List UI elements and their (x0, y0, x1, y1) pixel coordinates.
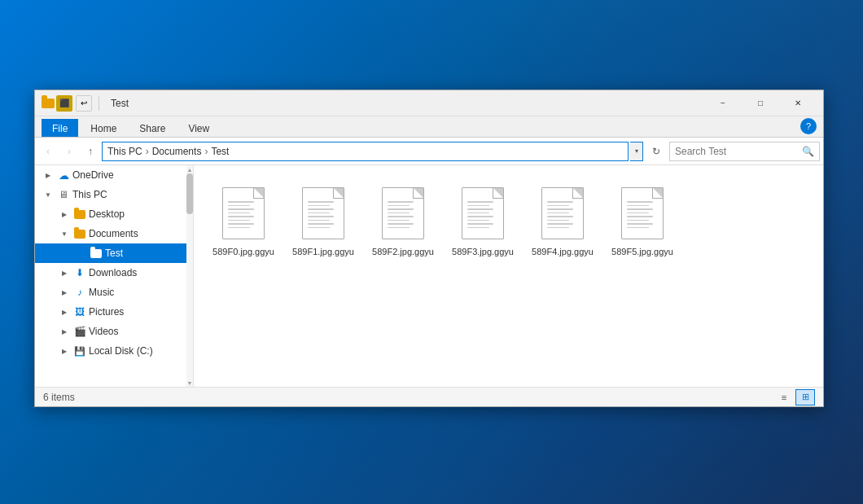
file-lines-4 (547, 201, 578, 228)
file-explorer-window: ⬛ ↩ Test − □ ✕ File Home Share View ? ‹ … (34, 90, 824, 407)
tab-view[interactable]: View (177, 119, 220, 137)
back-button[interactable]: ‹ (38, 142, 58, 161)
undo-button[interactable]: ↩ (76, 95, 92, 112)
search-box[interactable]: 🔍 (669, 142, 820, 161)
onedrive-toggle[interactable]: ▶ (42, 169, 55, 182)
sidebar-item-this-pc[interactable]: ▼ 🖥 This PC (35, 185, 193, 204)
file-lines-2 (388, 201, 418, 228)
sidebar-item-onedrive[interactable]: ▶ ☁ OneDrive (35, 165, 193, 185)
documents-label: Documents (89, 228, 138, 239)
sidebar-scrollbar-thumb[interactable] (186, 173, 193, 214)
pictures-toggle[interactable]: ▶ (58, 305, 71, 318)
test-toggle (74, 247, 87, 260)
local-disk-icon: 💾 (73, 344, 86, 357)
pictures-label: Pictures (89, 306, 124, 318)
file-lines-0 (228, 201, 259, 228)
search-input[interactable] (675, 146, 799, 157)
generic-file-icon-5 (621, 187, 664, 239)
documents-icon (73, 227, 86, 240)
file-name-3: 589F3.jpg.ggyu (452, 246, 514, 257)
onedrive-icon: ☁ (57, 169, 70, 182)
sidebar-item-music[interactable]: ▶ ♪ Music (35, 283, 193, 302)
tab-share[interactable]: Share (129, 119, 176, 137)
up-button[interactable]: ↑ (81, 142, 100, 161)
local-disk-label: Local Disk (C:) (89, 345, 153, 357)
path-this-pc[interactable]: This PC (107, 146, 142, 157)
list-item[interactable]: 589F5.jpg.ggyu (606, 178, 679, 263)
file-icon-wrapper-3 (458, 184, 507, 243)
title-bar-icons: ⬛ ↩ (42, 95, 104, 112)
pictures-icon: 🖼 (73, 305, 86, 318)
list-item[interactable]: 589F2.jpg.ggyu (366, 178, 440, 263)
desktop-icon (73, 208, 86, 221)
window-title: Test (111, 98, 704, 109)
downloads-icon: ⬇ (73, 266, 86, 279)
file-name-4: 589F4.jpg.ggyu (532, 246, 594, 257)
path-test[interactable]: Test (211, 146, 229, 157)
this-pc-toggle[interactable]: ▼ (42, 188, 55, 201)
file-lines-5 (627, 201, 658, 228)
search-icon[interactable]: 🔍 (802, 146, 814, 157)
local-disk-toggle[interactable]: ▶ (58, 344, 71, 357)
sidebar-item-downloads[interactable]: ▶ ⬇ Downloads (35, 263, 193, 283)
videos-toggle[interactable]: ▶ (58, 325, 71, 338)
list-item[interactable]: 589F3.jpg.ggyu (446, 178, 519, 263)
downloads-toggle[interactable]: ▶ (58, 266, 71, 279)
maximize-button[interactable]: □ (742, 90, 779, 116)
address-bar: ‹ › ↑ This PC › Documents › Test ▾ ↻ 🔍 (35, 138, 823, 165)
minimize-button[interactable]: − (704, 90, 742, 116)
close-button[interactable]: ✕ (779, 90, 817, 116)
status-item-count: 6 items (43, 392, 774, 403)
sidebar-item-videos[interactable]: ▶ 🎬 Videos (35, 322, 193, 341)
tiles-view-button[interactable]: ⊞ (795, 389, 815, 405)
sidebar-item-documents[interactable]: ▼ Documents (35, 224, 193, 243)
file-name-2: 589F2.jpg.ggyu (372, 246, 434, 257)
file-area: 589F0.jpg.ggyu (194, 165, 823, 387)
list-item[interactable]: 589F4.jpg.ggyu (526, 178, 599, 263)
this-pc-icon: 🖥 (57, 188, 70, 201)
path-sep-1: › (146, 146, 149, 157)
desktop-label: Desktop (89, 208, 125, 220)
sidebar-item-test[interactable]: Test (35, 243, 193, 263)
file-name-5: 589F5.jpg.ggyu (611, 246, 673, 257)
videos-icon: 🎬 (73, 325, 86, 338)
sidebar-scroll-down-btn[interactable]: ▼ (186, 379, 193, 387)
generic-file-icon-0 (222, 187, 265, 239)
list-item[interactable]: 589F1.jpg.ggyu (287, 178, 360, 263)
generic-file-icon-4 (541, 187, 584, 239)
refresh-button[interactable]: ↻ (646, 142, 666, 161)
tab-file[interactable]: File (42, 119, 78, 137)
window-controls: − □ ✕ (704, 90, 817, 116)
file-name-1: 589F1.jpg.ggyu (292, 246, 354, 257)
file-lines-3 (467, 201, 498, 228)
title-separator (99, 96, 99, 111)
desktop-toggle[interactable]: ▶ (58, 208, 71, 221)
generic-file-icon-3 (462, 187, 504, 239)
sidebar-item-pictures[interactable]: ▶ 🖼 Pictures (35, 302, 193, 322)
address-path[interactable]: This PC › Documents › Test (102, 142, 629, 161)
list-item[interactable]: 589F0.jpg.ggyu (207, 178, 280, 263)
sidebar-scrollbar-track: ▲ ▼ (186, 165, 193, 387)
path-documents[interactable]: Documents (152, 146, 202, 157)
this-pc-label: This PC (72, 189, 107, 200)
content-area: ▶ ☁ OneDrive ▼ 🖥 This PC ▶ Des (35, 165, 823, 387)
quick-access-icon[interactable]: ⬛ (56, 95, 72, 112)
details-view-button[interactable]: ≡ (774, 389, 794, 405)
address-dropdown[interactable]: ▾ (630, 142, 643, 161)
help-button[interactable]: ? (800, 118, 817, 134)
ribbon: File Home Share View ? (35, 116, 823, 138)
music-toggle[interactable]: ▶ (58, 286, 71, 299)
music-icon: ♪ (73, 286, 86, 299)
file-name-0: 589F0.jpg.ggyu (212, 246, 274, 257)
sidebar: ▶ ☁ OneDrive ▼ 🖥 This PC ▶ Des (35, 165, 194, 387)
generic-file-icon-2 (382, 187, 424, 239)
sidebar-item-desktop[interactable]: ▶ Desktop (35, 204, 193, 224)
file-icon-wrapper-2 (379, 184, 427, 243)
sidebar-scroll-up-btn[interactable]: ▲ (186, 165, 193, 173)
sidebar-item-local-disk[interactable]: ▶ 💾 Local Disk (C:) (35, 341, 193, 361)
forward-button[interactable]: › (59, 142, 79, 161)
videos-label: Videos (89, 326, 118, 337)
title-bar: ⬛ ↩ Test − □ ✕ (35, 90, 823, 116)
tab-home[interactable]: Home (80, 119, 127, 137)
documents-toggle[interactable]: ▼ (58, 227, 71, 240)
